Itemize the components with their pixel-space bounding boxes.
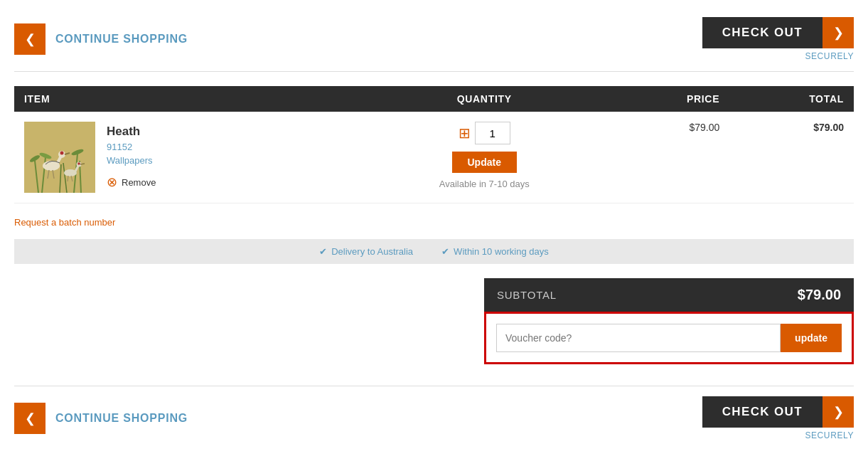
- delivery-item-australia: ✔ Delivery to Australia: [319, 246, 413, 257]
- bottom-section: SUBTOTAL $79.00 update: [14, 278, 854, 364]
- bottom-checkout-btn-row: CHECK OUT ❯: [702, 396, 854, 428]
- update-quantity-button[interactable]: Update: [452, 152, 517, 173]
- bottom-checkout-group: CHECK OUT ❯ SECURELY: [702, 396, 854, 440]
- voucher-input[interactable]: [496, 324, 781, 352]
- item-cell: Heath 91152 Wallpapers ⊗ Remove: [14, 112, 359, 203]
- remove-label: Remove: [122, 177, 156, 188]
- product-name: Heath: [107, 125, 156, 139]
- svg-point-13: [60, 152, 64, 155]
- top-nav-bar: ❮ CONTINUE SHOPPING CHECK OUT ❯ SECURELY: [14, 7, 854, 72]
- table-header-row: ITEM QUANTITY PRICE TOTAL: [14, 86, 854, 112]
- subtotal-voucher-block: SUBTOTAL $79.00 update: [484, 278, 854, 364]
- continue-shopping-group: ❮ CONTINUE SHOPPING: [14, 23, 188, 55]
- checkout-group: CHECK OUT ❯ SECURELY: [702, 17, 854, 61]
- item-total: $79.00: [813, 122, 844, 133]
- product-category: Wallpapers: [107, 155, 156, 166]
- bottom-nav-bar: ❮ CONTINUE SHOPPING CHECK OUT ❯ SECURELY: [14, 386, 854, 450]
- check-icon-1: ✔: [319, 246, 327, 257]
- cart-table: ITEM QUANTITY PRICE TOTAL: [14, 86, 854, 203]
- remove-icon: ⊗: [107, 174, 117, 190]
- total-cell: $79.00: [729, 112, 854, 203]
- batch-number-link[interactable]: Request a batch number: [14, 217, 115, 228]
- product-info: Heath 91152 Wallpapers ⊗ Remove: [107, 122, 156, 190]
- bottom-continue-shopping-label[interactable]: CONTINUE SHOPPING: [45, 412, 188, 425]
- product-thumbnail: [24, 122, 95, 193]
- bottom-continue-shopping-group: ❮ CONTINUE SHOPPING: [14, 403, 188, 434]
- delivery-bar: ✔ Delivery to Australia ✔ Within 10 work…: [14, 239, 854, 264]
- checkout-arrow-button[interactable]: ❯: [823, 17, 854, 48]
- price-cell: $79.00: [609, 112, 729, 203]
- subtotal-row: SUBTOTAL $79.00: [484, 278, 854, 312]
- total-header: TOTAL: [729, 86, 854, 112]
- table-row: Heath 91152 Wallpapers ⊗ Remove ⊞: [14, 112, 854, 203]
- svg-line-21: [80, 164, 85, 164]
- bottom-left-arrow-icon: ❮: [25, 411, 36, 426]
- delivery-item-days: ✔ Within 10 working days: [441, 246, 549, 257]
- checkout-button[interactable]: CHECK OUT: [702, 17, 823, 48]
- availability-text: Available in 7-10 days: [369, 179, 599, 189]
- delivery-australia-label: Delivery to Australia: [331, 246, 413, 257]
- checkout-btn-row: CHECK OUT ❯: [702, 17, 854, 48]
- price-header: PRICE: [609, 86, 729, 112]
- bottom-checkout-arrow-button[interactable]: ❯: [823, 396, 854, 428]
- securely-label: SECURELY: [805, 51, 854, 61]
- subtotal-label: SUBTOTAL: [497, 289, 557, 301]
- continue-shopping-label[interactable]: CONTINUE SHOPPING: [45, 33, 188, 46]
- product-cell: Heath 91152 Wallpapers ⊗ Remove: [24, 122, 349, 193]
- bottom-checkout-button[interactable]: CHECK OUT: [702, 396, 823, 428]
- quantity-cell: ⊞ Update Available in 7-10 days: [359, 112, 609, 203]
- calculator-icon: ⊞: [459, 125, 471, 142]
- check-icon-2: ✔: [441, 246, 449, 257]
- quantity-header: QUANTITY: [359, 86, 609, 112]
- subtotal-amount: $79.00: [798, 287, 841, 303]
- product-image: [24, 122, 95, 193]
- quantity-row: ⊞: [369, 122, 599, 144]
- continue-shopping-arrow-button[interactable]: ❮: [14, 23, 45, 55]
- voucher-update-button[interactable]: update: [781, 324, 842, 352]
- product-sku: 91152: [107, 142, 156, 152]
- right-arrow-icon: ❯: [833, 25, 844, 41]
- bottom-right-arrow-icon: ❯: [833, 404, 844, 420]
- quantity-input[interactable]: [475, 122, 510, 144]
- bottom-continue-shopping-arrow-button[interactable]: ❮: [14, 403, 45, 434]
- left-arrow-icon: ❮: [25, 31, 36, 47]
- svg-point-20: [77, 162, 80, 165]
- item-header: ITEM: [14, 86, 359, 112]
- delivery-days-label: Within 10 working days: [454, 246, 549, 257]
- remove-button[interactable]: ⊗ Remove: [107, 174, 156, 190]
- voucher-box: update: [484, 312, 854, 364]
- item-price: $79.00: [689, 122, 719, 133]
- bottom-securely-label: SECURELY: [805, 430, 854, 440]
